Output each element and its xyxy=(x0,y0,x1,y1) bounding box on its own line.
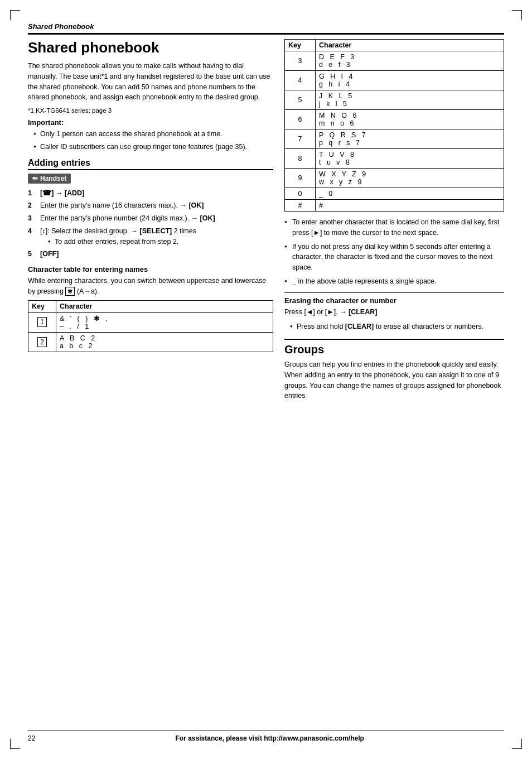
big-table-chars-3: D E F 3 d e f 3 xyxy=(316,51,504,71)
page: Shared Phonebook Shared phonebook The sh… xyxy=(0,0,532,759)
big-table-row-6: 6 M N O 6 m n o 6 xyxy=(285,110,504,129)
small-table-chars-1: & ' ( ) ✱ , – . / 1 xyxy=(56,312,273,332)
corner-mark-br xyxy=(512,739,522,749)
big-table-key-0: 0 xyxy=(285,188,316,200)
big-table-key-hash: # xyxy=(285,200,316,212)
step-5: 5 [OFF] xyxy=(28,249,273,260)
big-table-char-header: Character xyxy=(316,40,504,51)
small-table-chars-2: A B C 2 a b c 2 xyxy=(56,332,273,352)
page-header-title: Shared Phonebook xyxy=(28,22,94,31)
section-title: Shared phonebook xyxy=(28,39,273,56)
footer-text: For assistance, please visit http://www.… xyxy=(35,734,504,742)
big-table-row-9: 9 W X Y Z 9 w x y z 9 xyxy=(285,169,504,188)
corner-mark-tr xyxy=(512,10,522,20)
corner-mark-tl xyxy=(10,10,20,20)
step-3: 3 Enter the party's phone number (24 dig… xyxy=(28,213,273,224)
step-num-1: 1 xyxy=(28,188,37,199)
big-char-table: Key Character 3 D E F 3 d e f 3 xyxy=(284,39,504,212)
char-table-desc: While entering characters, you can switc… xyxy=(28,276,273,297)
important-bullets: Only 1 person can access the shared phon… xyxy=(28,129,273,152)
bullet-1: Only 1 person can access the shared phon… xyxy=(33,129,273,140)
big-table-chars-9: W X Y Z 9 w x y z 9 xyxy=(316,169,504,188)
big-table-key-4: 4 xyxy=(285,71,316,90)
big-table-chars-8: T U V 8 t u v 8 xyxy=(316,149,504,169)
groups-text: Groups can help you find entries in the … xyxy=(284,359,504,401)
corner-mark-bl xyxy=(10,739,20,749)
step-2: 2 Enter the party's name (16 characters … xyxy=(28,200,273,211)
page-header: Shared Phonebook xyxy=(28,22,504,35)
left-column: Shared phonebook The shared phonebook al… xyxy=(28,39,273,406)
step-4: 4 [↕]: Select the desired group. → [SELE… xyxy=(28,226,273,247)
step-1: 1 [☎] → [ADD] xyxy=(28,188,273,199)
small-table-row-2: 2 A B C 2 a b c 2 xyxy=(28,332,273,352)
big-table-key-header: Key xyxy=(285,40,316,51)
notes-list: To enter another character that is locat… xyxy=(284,217,504,287)
step-num-3: 3 xyxy=(28,213,37,224)
step-4-sub: To add other entries, repeat from step 2… xyxy=(40,237,273,247)
step-content-5: [OFF] xyxy=(40,249,273,260)
big-table-row-0: 0 _ 0 xyxy=(285,188,504,200)
big-table-row-5: 5 J K L 5 j k l 5 xyxy=(285,90,504,110)
main-layout: Shared phonebook The shared phonebook al… xyxy=(28,39,504,406)
pencil-icon: ✏ xyxy=(32,175,38,182)
big-table-key-3: 3 xyxy=(285,51,316,71)
body-text: The shared phonebook allows you to make … xyxy=(28,61,273,103)
step-content-4: [↕]: Select the desired group. → [SELECT… xyxy=(40,226,273,247)
right-column: Key Character 3 D E F 3 d e f 3 xyxy=(284,39,504,406)
big-table-chars-7: P Q R S 7 p q r s 7 xyxy=(316,129,504,149)
note-1: To enter another character that is locat… xyxy=(284,217,504,238)
step-content-1: [☎] → [ADD] xyxy=(40,188,273,199)
big-table-row-hash: # # xyxy=(285,200,504,212)
small-table-key-1: 1 xyxy=(28,312,56,332)
note-2: If you do not press any dial key within … xyxy=(284,242,504,273)
erasing-notes: Press and hold [CLEAR] to erase all char… xyxy=(284,321,504,332)
big-table-chars-hash: # xyxy=(316,200,504,212)
small-table-key-2: 2 xyxy=(28,332,56,352)
erasing-note-1: Press and hold [CLEAR] to erase all char… xyxy=(290,321,504,332)
big-table-key-9: 9 xyxy=(285,169,316,188)
small-table-char-header: Character xyxy=(56,300,273,312)
small-char-table: Key Character 1 & ' ( ) ✱ , – . / 1 xyxy=(28,300,273,352)
big-table-chars-6: M N O 6 m n o 6 xyxy=(316,110,504,129)
erasing-title: Erasing the character or number xyxy=(284,292,504,305)
subsection-title-adding: Adding entries xyxy=(28,158,273,170)
step-num-2: 2 xyxy=(28,200,37,211)
big-table-row-7: 7 P Q R S 7 p q r s 7 xyxy=(285,129,504,149)
big-table-key-6: 6 xyxy=(285,110,316,129)
step-content-3: Enter the party's phone number (24 digit… xyxy=(40,213,273,224)
note-3: _ in the above table represents a single… xyxy=(284,276,504,287)
big-table-key-5: 5 xyxy=(285,90,316,110)
big-table-chars-4: G H I 4 g h i 4 xyxy=(316,71,504,90)
small-table-key-header: Key xyxy=(28,300,56,312)
step-num-5: 5 xyxy=(28,249,37,260)
step-num-4: 4 xyxy=(28,226,37,247)
big-table-row-3: 3 D E F 3 d e f 3 xyxy=(285,51,504,71)
handset-badge-label: Handset xyxy=(40,175,66,182)
big-table-chars-0: _ 0 xyxy=(316,188,504,200)
handset-badge: ✏ Handset xyxy=(28,174,71,184)
step-content-2: Enter the party's name (16 characters ma… xyxy=(40,200,273,211)
erasing-text: Press [◄] or [►]. → [CLEAR] xyxy=(284,307,504,318)
big-table-key-7: 7 xyxy=(285,129,316,149)
important-label: Important: xyxy=(28,118,273,127)
big-table-row-4: 4 G H I 4 g h i 4 xyxy=(285,71,504,90)
footnote: *1 KX-TG6641 series: page 3 xyxy=(28,107,273,114)
bullet-2: Caller ID subscribers can use group ring… xyxy=(33,142,273,152)
steps-list: 1 [☎] → [ADD] 2 Enter the party's name (… xyxy=(28,188,273,260)
big-table-row-8: 8 T U V 8 t u v 8 xyxy=(285,149,504,169)
groups-title: Groups xyxy=(284,339,504,356)
page-number: 22 xyxy=(28,734,35,742)
small-table-row-1: 1 & ' ( ) ✱ , – . / 1 xyxy=(28,312,273,332)
char-table-heading: Character table for entering names xyxy=(28,265,273,273)
big-table-key-8: 8 xyxy=(285,149,316,169)
step-4-sub-item: To add other entries, repeat from step 2… xyxy=(48,237,273,247)
big-table-chars-5: J K L 5 j k l 5 xyxy=(316,90,504,110)
page-footer: 22 For assistance, please visit http://w… xyxy=(28,731,504,742)
